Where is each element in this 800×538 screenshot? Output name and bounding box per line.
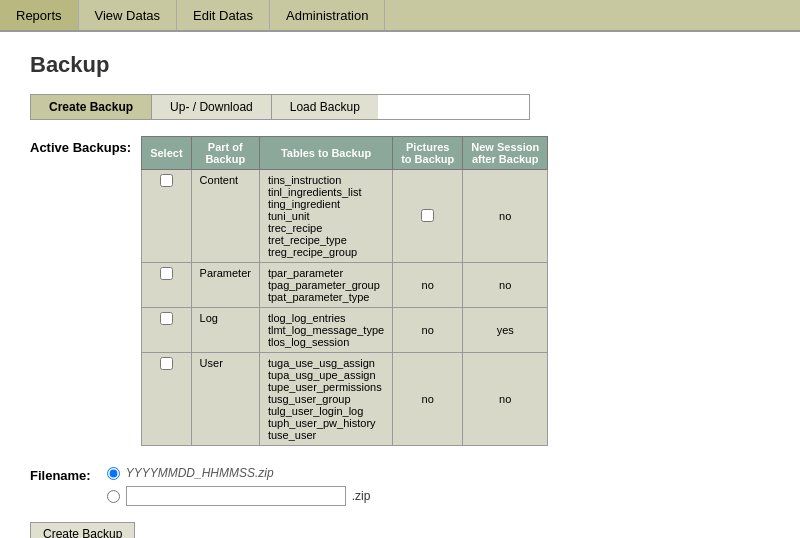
table-row: Logtlog_log_entriestlmt_log_message_type…	[142, 308, 548, 353]
table-row: Parametertpar_parametertpag_parameter_gr…	[142, 263, 548, 308]
nav-item-view-datas[interactable]: View Datas	[79, 0, 178, 30]
row-checkbox-cell-parameter[interactable]	[142, 263, 191, 308]
row-new-session-content: no	[463, 170, 548, 263]
filename-options: YYYYMMDD_HHMMSS.zip .zip	[107, 466, 371, 506]
row-checkbox-cell-log[interactable]	[142, 308, 191, 353]
row-checkbox-user[interactable]	[160, 357, 173, 370]
sub-tabs: Create BackupUp- / DownloadLoad Backup	[30, 94, 530, 120]
backup-table: SelectPart ofBackupTables to BackupPictu…	[141, 136, 548, 446]
row-pictures-log[interactable]: no	[393, 308, 463, 353]
col-header-select: Select	[142, 137, 191, 170]
row-pictures-content[interactable]	[393, 170, 463, 263]
row-checkbox-content[interactable]	[160, 174, 173, 187]
active-backups-label: Active Backups:	[30, 136, 131, 155]
filename-custom-radio[interactable]	[107, 490, 120, 503]
filename-default-text: YYYYMMDD_HHMMSS.zip	[126, 466, 274, 480]
sub-tab-1[interactable]: Up- / Download	[152, 95, 272, 119]
nav-item-edit-datas[interactable]: Edit Datas	[177, 0, 270, 30]
row-part-log: Log	[191, 308, 259, 353]
row-new-session-user: no	[463, 353, 548, 446]
row-new-session-parameter: no	[463, 263, 548, 308]
col-header-tables-to-backup: Tables to Backup	[259, 137, 392, 170]
backup-table-header: SelectPart ofBackupTables to BackupPictu…	[142, 137, 548, 170]
row-tables-parameter: tpar_parametertpag_parameter_grouptpat_p…	[259, 263, 392, 308]
create-backup-button[interactable]: Create Backup	[30, 522, 135, 538]
row-pictures-parameter[interactable]: no	[393, 263, 463, 308]
col-header-part-of-backup: Part ofBackup	[191, 137, 259, 170]
row-tables-log: tlog_log_entriestlmt_log_message_typetlo…	[259, 308, 392, 353]
backup-table-body: Contenttins_instructiontinl_ingredients_…	[142, 170, 548, 446]
filename-custom-input[interactable]	[126, 486, 346, 506]
col-header-new-session-after-backup: New Sessionafter Backup	[463, 137, 548, 170]
filename-label: Filename:	[30, 466, 91, 483]
page-title: Backup	[30, 52, 770, 78]
zip-suffix-label: .zip	[352, 489, 371, 503]
row-checkbox-cell-user[interactable]	[142, 353, 191, 446]
active-backups-section: Active Backups: SelectPart ofBackupTable…	[30, 136, 770, 446]
filename-custom-row: .zip	[107, 486, 371, 506]
row-part-parameter: Parameter	[191, 263, 259, 308]
page-content: Backup Create BackupUp- / DownloadLoad B…	[0, 32, 800, 538]
row-part-user: User	[191, 353, 259, 446]
table-row: Contenttins_instructiontinl_ingredients_…	[142, 170, 548, 263]
filename-default-radio[interactable]	[107, 467, 120, 480]
sub-tab-0[interactable]: Create Backup	[31, 95, 152, 119]
nav-item-administration[interactable]: Administration	[270, 0, 385, 30]
filename-section: Filename: YYYYMMDD_HHMMSS.zip .zip	[30, 466, 770, 506]
row-tables-user: tuga_use_usg_assigntupa_usg_upe_assigntu…	[259, 353, 392, 446]
row-tables-content: tins_instructiontinl_ingredients_listtin…	[259, 170, 392, 263]
row-pictures-user[interactable]: no	[393, 353, 463, 446]
sub-tab-2[interactable]: Load Backup	[272, 95, 378, 119]
pictures-checkbox-content[interactable]	[421, 209, 434, 222]
nav-item-reports[interactable]: Reports	[0, 0, 79, 30]
row-checkbox-log[interactable]	[160, 312, 173, 325]
top-nav: ReportsView DatasEdit DatasAdministratio…	[0, 0, 800, 32]
col-header-pictures-to-backup: Picturesto Backup	[393, 137, 463, 170]
filename-default-row: YYYYMMDD_HHMMSS.zip	[107, 466, 371, 480]
row-new-session-log: yes	[463, 308, 548, 353]
row-part-content: Content	[191, 170, 259, 263]
row-checkbox-parameter[interactable]	[160, 267, 173, 280]
table-row: Usertuga_use_usg_assigntupa_usg_upe_assi…	[142, 353, 548, 446]
row-checkbox-cell-content[interactable]	[142, 170, 191, 263]
